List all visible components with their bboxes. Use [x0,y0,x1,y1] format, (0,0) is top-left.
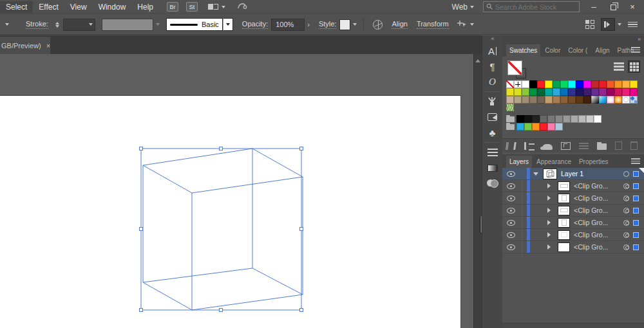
chevron-right-icon[interactable] [547,196,553,201]
menu-effect[interactable]: Effect [33,1,64,13]
swatch[interactable] [524,115,532,123]
collapse-panels-icon[interactable]: » [638,36,640,42]
layer-thumbnail[interactable] [558,218,570,228]
target-circle-icon[interactable] [623,232,629,238]
swatches-tab-align[interactable]: Align [592,44,612,57]
swatch[interactable] [586,115,594,123]
swatch[interactable] [545,96,553,104]
target-circle-icon[interactable] [623,196,629,201]
swatch[interactable] [516,115,524,123]
swatch[interactable] [532,123,540,131]
chevron-right-icon[interactable] [547,183,553,188]
workspace-switcher[interactable]: Web [452,3,474,12]
swatch[interactable] [568,96,576,104]
swatch[interactable] [514,96,522,104]
layer-thumbnail[interactable] [558,181,570,191]
layer-thumbnail[interactable] [558,206,570,215]
swatch[interactable] [607,88,614,96]
arrange-documents-icon[interactable] [585,20,594,29]
search-input[interactable] [495,3,571,11]
selection-indicator-square[interactable] [633,232,639,238]
swatch[interactable] [614,88,622,96]
layer-row[interactable]: <Clip Gro... [502,229,644,241]
selection-handle[interactable] [300,228,303,231]
layer-row[interactable]: Layer 1 [502,168,644,180]
swatches-tab-swatches[interactable]: Swatches [506,44,540,57]
swatch-libraries-icon[interactable] [506,142,516,150]
swatch[interactable] [506,104,514,111]
layer-row[interactable]: <Clip Gro... [502,241,644,253]
swatch[interactable] [614,80,622,88]
layers-tab-layers[interactable]: Layers [506,156,532,168]
brush-preview[interactable]: Basic [166,18,223,31]
swatches-panel-menu-icon[interactable] [631,47,640,53]
list-view-icon[interactable] [614,62,624,71]
swatches-tab-color[interactable]: Color [542,44,564,57]
selection-indicator-square[interactable] [633,208,639,214]
paragraph-panel-icon[interactable]: ¶ [482,59,502,74]
delete-swatch-icon[interactable] [630,141,638,150]
swatch[interactable] [545,88,553,96]
swatch[interactable] [537,80,545,88]
swatch[interactable] [583,88,591,96]
swatch[interactable] [591,80,599,88]
selection-handle[interactable] [300,147,303,150]
opentype-panel-icon[interactable]: O [482,74,502,89]
visibility-eye-icon[interactable] [507,232,515,238]
document-tab[interactable]: GB/Preview) × [0,37,50,54]
target-circle-icon[interactable] [623,244,629,250]
selection-indicator-square[interactable] [633,244,639,250]
menu-select[interactable]: Select [0,1,33,13]
layer-row[interactable]: <Clip Gro... [502,192,644,205]
chevron-right-icon[interactable] [547,232,553,237]
close-button[interactable]: × [623,1,641,14]
swatch[interactable] [540,123,547,131]
selection-handle[interactable] [140,309,143,312]
swatch[interactable] [630,88,638,96]
fill-dropdown-chevron[interactable] [5,23,9,28]
swatch[interactable] [591,96,599,104]
selection-indicator-square[interactable] [633,183,639,189]
swatch[interactable] [560,88,568,96]
stroke-weight-select[interactable] [63,19,95,31]
swatch[interactable] [630,80,638,88]
symbols-panel-icon[interactable]: ♣ [482,125,502,140]
swatch-group-folder-icon[interactable] [506,116,515,122]
menu-help[interactable]: Help [131,1,159,13]
grid-view-icon[interactable] [628,60,640,73]
swatch[interactable] [555,115,563,123]
workspace-chevron[interactable] [618,23,621,28]
stroke-weight-stepper[interactable] [53,19,62,30]
opacity-link[interactable]: Opacity: [242,20,268,29]
chevron-right-icon[interactable] [547,208,553,213]
swatch[interactable] [591,88,599,96]
new-folder-icon[interactable] [597,143,607,150]
visibility-eye-icon[interactable] [507,208,515,214]
stroke-link[interactable]: Stroke: [26,20,48,29]
layers-panel-menu-icon[interactable] [631,158,640,164]
swatch[interactable] [583,96,591,104]
restore-button[interactable] [604,1,622,14]
swatch-options-icon[interactable] [542,144,553,150]
swatch[interactable] [622,88,630,96]
canvas-area[interactable] [0,54,473,328]
expand-panels-icon[interactable]: « [482,35,502,43]
swatch[interactable] [630,96,638,104]
transparency-panel-icon[interactable] [482,176,502,191]
minimize-button[interactable]: – [585,1,603,14]
swatch[interactable] [607,96,614,104]
fill-stroke-indicator[interactable] [507,60,533,82]
swatch[interactable] [522,96,529,104]
new-color-group-icon[interactable] [561,142,571,150]
list-view-icon[interactable] [579,142,589,150]
swatch[interactable] [614,96,622,104]
swatch-kinds-icon[interactable] [524,142,534,150]
swatch[interactable] [514,80,522,88]
swatch[interactable] [506,88,514,96]
layer-row[interactable]: <Clip Gro... [502,217,644,229]
control-menu-icon[interactable] [628,22,638,28]
swatch[interactable] [529,96,537,104]
swatch[interactable] [599,88,607,96]
layer-thumbnail[interactable] [558,230,570,240]
swatch[interactable] [560,80,568,88]
